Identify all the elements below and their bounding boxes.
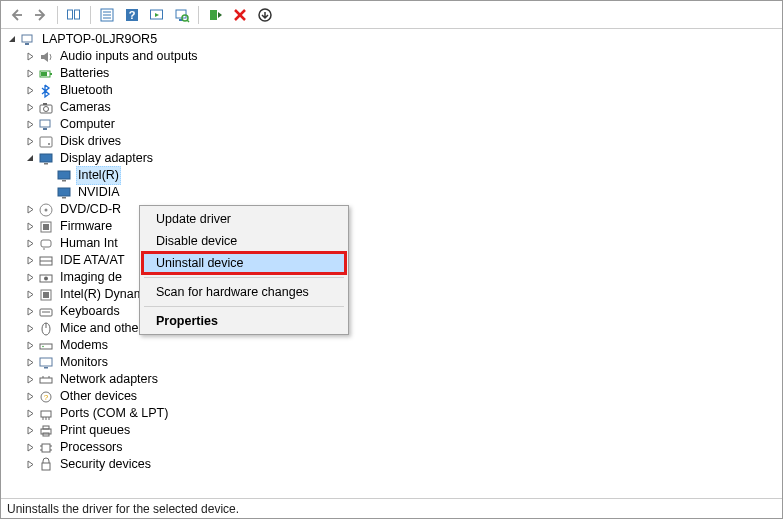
tree-twisty-closed[interactable] bbox=[23, 407, 37, 421]
tree-category[interactable]: Batteries bbox=[3, 65, 782, 82]
context-menu-separator bbox=[144, 277, 344, 278]
tree-category[interactable]: Imaging de bbox=[3, 269, 782, 286]
svg-rect-46 bbox=[43, 292, 49, 298]
context-menu-item[interactable]: Disable device bbox=[142, 230, 346, 252]
tree-device-label: Intel(R) bbox=[76, 166, 121, 185]
tree-twisty-closed[interactable] bbox=[23, 254, 37, 268]
printer-icon bbox=[38, 423, 54, 439]
svg-rect-39 bbox=[41, 240, 51, 247]
tree-category[interactable]: Print queues bbox=[3, 422, 782, 439]
svg-rect-20 bbox=[50, 73, 52, 75]
tree-category[interactable]: Audio inputs and outputs bbox=[3, 48, 782, 65]
tree-category[interactable]: Bluetooth bbox=[3, 82, 782, 99]
svg-point-52 bbox=[42, 345, 44, 347]
dvd-icon bbox=[38, 202, 54, 218]
tree-category[interactable]: ?Other devices bbox=[3, 388, 782, 405]
tree-twisty-closed[interactable] bbox=[23, 50, 37, 64]
tree-twisty-closed[interactable] bbox=[23, 424, 37, 438]
tree-category[interactable]: Processors bbox=[3, 439, 782, 456]
tree-category[interactable]: Disk drives bbox=[3, 133, 782, 150]
tree-category[interactable]: DVD/CD-R bbox=[3, 201, 782, 218]
context-menu-separator bbox=[144, 306, 344, 307]
tree-twisty-closed[interactable] bbox=[23, 67, 37, 81]
tree-category[interactable]: Modems bbox=[3, 337, 782, 354]
battery-icon bbox=[38, 66, 54, 82]
tree-category[interactable]: Computer bbox=[3, 116, 782, 133]
tree-twisty-closed[interactable] bbox=[23, 356, 37, 370]
show-hidden-button[interactable] bbox=[63, 4, 85, 26]
tree-device[interactable]: NVIDIA bbox=[3, 184, 782, 201]
disable-button[interactable] bbox=[229, 4, 251, 26]
tree-twisty-closed[interactable] bbox=[23, 339, 37, 353]
tree-twisty-closed[interactable] bbox=[23, 220, 37, 234]
hid-icon bbox=[38, 236, 54, 252]
disk-icon bbox=[38, 134, 54, 150]
tree-category[interactable]: Mice and other pointing devices bbox=[3, 320, 782, 337]
svg-text:?: ? bbox=[129, 9, 136, 21]
tree-category-label: DVD/CD-R bbox=[58, 201, 123, 218]
svg-rect-29 bbox=[40, 154, 52, 162]
tree-twisty-open[interactable] bbox=[5, 33, 19, 47]
modem-icon bbox=[38, 338, 54, 354]
svg-rect-30 bbox=[44, 163, 48, 165]
context-menu-item[interactable]: Update driver bbox=[142, 208, 346, 230]
properties-button[interactable] bbox=[96, 4, 118, 26]
tree-category[interactable]: Keyboards bbox=[3, 303, 782, 320]
tree-category[interactable]: Network adapters bbox=[3, 371, 782, 388]
tree-twisty-open[interactable] bbox=[23, 152, 37, 166]
context-menu-item[interactable]: Scan for hardware changes bbox=[142, 281, 346, 303]
display-icon bbox=[38, 151, 54, 167]
tree-category[interactable]: Firmware bbox=[3, 218, 782, 235]
tree-twisty-closed[interactable] bbox=[23, 322, 37, 336]
tree-twisty-closed[interactable] bbox=[23, 441, 37, 455]
context-menu-item[interactable]: Uninstall device bbox=[142, 252, 346, 274]
tree-twisty-closed[interactable] bbox=[23, 118, 37, 132]
toolbar: ? bbox=[1, 1, 782, 29]
back-button[interactable] bbox=[5, 4, 27, 26]
svg-point-36 bbox=[45, 208, 48, 211]
svg-rect-33 bbox=[58, 188, 70, 196]
tree-twisty-closed[interactable] bbox=[23, 84, 37, 98]
content-area: LAPTOP-0LJR9OR5Audio inputs and outputsB… bbox=[1, 29, 782, 498]
tree-category[interactable]: Human Int bbox=[3, 235, 782, 252]
tree-twisty-closed[interactable] bbox=[23, 271, 37, 285]
mouse-icon bbox=[38, 321, 54, 337]
tree-twisty-closed[interactable] bbox=[23, 373, 37, 387]
svg-point-28 bbox=[48, 143, 50, 145]
tree-category[interactable]: IDE ATA/AT bbox=[3, 252, 782, 269]
tree-twisty-closed[interactable] bbox=[23, 101, 37, 115]
enable-button[interactable] bbox=[204, 4, 226, 26]
svg-point-23 bbox=[44, 106, 49, 111]
keyboard-icon bbox=[38, 304, 54, 320]
tree-device-label: NVIDIA bbox=[76, 184, 122, 201]
tree-category[interactable]: Display adapters bbox=[3, 150, 782, 167]
tree-twisty-closed[interactable] bbox=[23, 305, 37, 319]
help-button[interactable]: ? bbox=[121, 4, 143, 26]
tree-twisty-closed[interactable] bbox=[23, 203, 37, 217]
forward-button[interactable] bbox=[30, 4, 52, 26]
device-tree[interactable]: LAPTOP-0LJR9OR5Audio inputs and outputsB… bbox=[1, 29, 782, 498]
tree-category-label: Security devices bbox=[58, 456, 153, 473]
tree-category-label: Modems bbox=[58, 337, 110, 354]
action-button[interactable] bbox=[146, 4, 168, 26]
tree-device[interactable]: Intel(R) bbox=[3, 167, 782, 184]
tree-twisty-closed[interactable] bbox=[23, 288, 37, 302]
tree-category[interactable]: Intel(R) Dynamic Platform and Thermal Fr… bbox=[3, 286, 782, 303]
context-menu-item[interactable]: Properties bbox=[142, 310, 346, 332]
svg-rect-31 bbox=[58, 171, 70, 179]
ide-icon bbox=[38, 253, 54, 269]
svg-rect-1 bbox=[75, 10, 80, 19]
security-icon bbox=[38, 457, 54, 473]
tree-twisty-closed[interactable] bbox=[23, 237, 37, 251]
tree-twisty-closed[interactable] bbox=[23, 458, 37, 472]
tree-twisty-closed[interactable] bbox=[23, 390, 37, 404]
uninstall-button[interactable] bbox=[254, 4, 276, 26]
tree-root[interactable]: LAPTOP-0LJR9OR5 bbox=[3, 31, 782, 48]
tree-twisty-closed[interactable] bbox=[23, 135, 37, 149]
tree-category[interactable]: Monitors bbox=[3, 354, 782, 371]
tree-category-label: Firmware bbox=[58, 218, 114, 235]
tree-category[interactable]: Security devices bbox=[3, 456, 782, 473]
tree-category[interactable]: Ports (COM & LPT) bbox=[3, 405, 782, 422]
tree-category[interactable]: Cameras bbox=[3, 99, 782, 116]
scan-button[interactable] bbox=[171, 4, 193, 26]
